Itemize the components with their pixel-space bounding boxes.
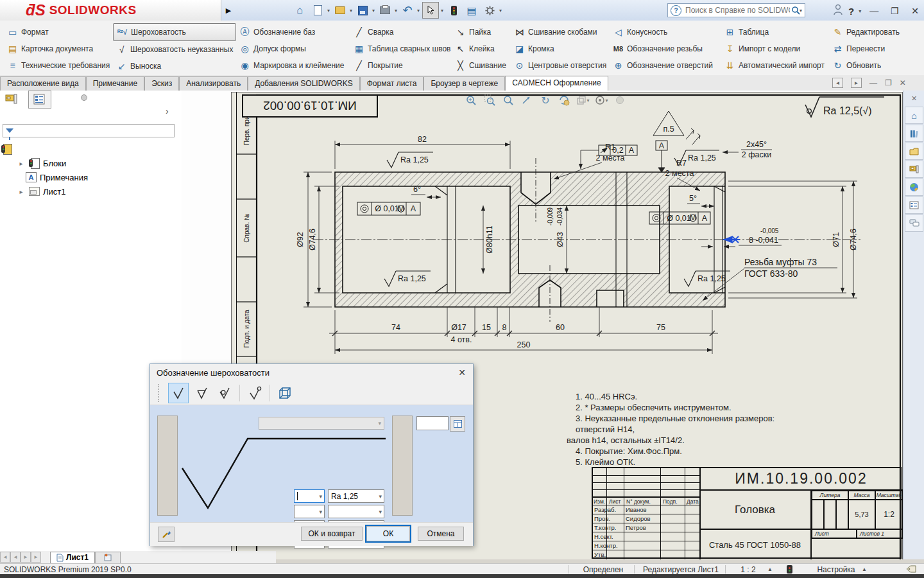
fcf-left-datum[interactable]: A	[411, 204, 416, 213]
ribbon-auto-import[interactable]: ⇊Автоматический импорт	[721, 57, 828, 74]
symbol-machining-required-button[interactable]	[191, 383, 212, 403]
dialog-close-icon[interactable]: ✕	[451, 364, 473, 381]
dim-d92[interactable]: Ø92	[296, 232, 305, 247]
ribbon-format[interactable]: ▭Формат	[4, 24, 113, 40]
dim-d746-left[interactable]: Ø74,6	[308, 229, 317, 250]
doc-close-icon[interactable]: ✕	[900, 78, 906, 87]
taskpane-home-icon[interactable]: ⌂	[905, 107, 923, 124]
sheet-tab-1[interactable]: Лист1	[50, 552, 95, 563]
scale-caret-icon[interactable]: ▲	[767, 564, 773, 575]
thread-note-line1[interactable]: Резьба муфты 73	[744, 257, 817, 267]
inverted-stamp-text[interactable]: ИМ.10.19.00.002	[263, 99, 357, 112]
dim-6deg[interactable]: 6°	[413, 185, 421, 194]
tab-cadmech[interactable]: CADMECH Оформление	[505, 76, 608, 91]
dim-d80h11[interactable]: Ø80h11	[485, 225, 494, 254]
expand-arrow-icon[interactable]: ▸	[17, 160, 26, 167]
user-icon[interactable]	[833, 4, 843, 18]
ribbon-weld-table[interactable]: ▦Таблица сварных швов	[350, 40, 454, 57]
next-view-icon[interactable]: ►	[851, 78, 862, 88]
dim-250[interactable]: 250	[517, 340, 531, 349]
thread-note-line2[interactable]: ГОСТ 633-80	[744, 268, 798, 279]
taskpane-file-explorer-icon[interactable]	[905, 143, 923, 160]
ribbon-hole-callout[interactable]: ⊕Обозначение отверстий	[610, 57, 716, 74]
task-pane-close-icon[interactable]: ✕	[903, 94, 924, 106]
ribbon-solder[interactable]: ↘Пайка	[452, 24, 509, 40]
tab-evaluate[interactable]: Анализировать	[179, 76, 248, 91]
fcf-left-value[interactable]: Ø 0,01	[375, 204, 399, 213]
new-caret-icon[interactable]: ▾	[327, 8, 330, 13]
dim-d746-right[interactable]: Ø74,6	[849, 229, 858, 250]
print-icon[interactable]	[377, 3, 393, 18]
ribbon-table[interactable]: ⊞Таблица	[721, 24, 828, 40]
cancel-button[interactable]: Отмена	[418, 527, 464, 541]
first-sheet-icon[interactable]: ◄	[0, 552, 10, 563]
dim-74[interactable]: 74	[391, 323, 400, 332]
taskpane-library-icon[interactable]	[905, 125, 923, 142]
dim-ra125-bottomright[interactable]: Ra 1,25	[697, 274, 726, 283]
symbol-all-around-button[interactable]	[244, 383, 265, 403]
brush-button[interactable]	[158, 527, 175, 542]
note-p5[interactable]: п.5	[663, 125, 674, 134]
fcf-top-datum[interactable]: A	[629, 146, 635, 155]
symbol-machining-prohibited-button[interactable]	[214, 383, 235, 403]
table-insert-button[interactable]	[450, 416, 465, 432]
ribbon-roughness[interactable]: ᴿᶻ√Шероховатость	[113, 23, 236, 41]
dim-8b[interactable]: 8	[502, 323, 507, 332]
ribbon-coating[interactable]: ╱Покрытие	[350, 57, 454, 74]
display-style-icon[interactable]: ▾	[576, 94, 590, 107]
zoom-area-icon[interactable]	[483, 94, 497, 107]
new-document-icon[interactable]	[310, 3, 325, 18]
properties-list-icon[interactable]: ▤	[464, 3, 479, 18]
ribbon-import-from-model[interactable]: ↧Импорт с модели	[721, 40, 828, 57]
ribbon-marking-stamping[interactable]: ◉Маркировка и клеймение	[236, 57, 347, 74]
roughness-field-1b[interactable]: Ra 1,25▾	[328, 489, 384, 503]
ribbon-glue[interactable]: ↖Клейка	[452, 40, 509, 57]
dialog-title-bar[interactable]: Обозначение шероховатости	[150, 364, 473, 381]
dim-ra125-bottomleft[interactable]: Ra 1,25	[398, 274, 426, 283]
search-input[interactable]	[684, 5, 791, 15]
zoom-icon[interactable]	[501, 94, 515, 107]
taskpane-forum-icon[interactable]	[905, 215, 923, 232]
last-sheet-icon[interactable]: ►	[31, 552, 41, 563]
undo-caret-icon[interactable]: ▾	[417, 8, 420, 13]
left-scroll-strip[interactable]	[157, 416, 178, 516]
feature-tree-tab[interactable]	[0, 91, 23, 109]
home-icon[interactable]: ⌂	[292, 3, 307, 18]
symbol-layout-dropdown[interactable]: ▾	[259, 417, 384, 430]
add-sheet-tab[interactable]	[95, 552, 121, 563]
print-caret-icon[interactable]: ▾	[395, 8, 397, 13]
dim-60[interactable]: 60	[556, 323, 565, 332]
taskpane-3dcontent-icon[interactable]	[905, 179, 923, 196]
ribbon-center-holes[interactable]: ⊙Центровые отверстия	[511, 57, 610, 74]
previous-view-icon[interactable]: ◄	[832, 78, 843, 88]
status-traffic-light-icon[interactable]	[787, 564, 792, 575]
roughness-field-2b[interactable]: ▾	[328, 505, 384, 518]
ribbon-form-tolerance[interactable]: ◎Допуск формы	[236, 40, 347, 57]
select-cursor-icon[interactable]	[422, 2, 439, 19]
search-caret-icon[interactable]: ▾	[800, 8, 802, 13]
ribbon-edge[interactable]: ◪Кромка	[511, 40, 610, 57]
hide-show-icon[interactable]: ▾	[594, 94, 608, 107]
dim-chamfer-note[interactable]: 2 фаски	[742, 150, 771, 159]
dim-r1-places[interactable]: 2 места	[596, 153, 625, 162]
rotate-view-icon[interactable]: ↻	[538, 94, 552, 107]
ribbon-weld[interactable]: ╱Сварка	[350, 24, 454, 40]
doc-restore-icon[interactable]: ❐	[885, 78, 892, 87]
traffic-light-icon[interactable]	[446, 3, 461, 18]
tree-root-icon-row[interactable]	[1, 142, 88, 156]
dim-8-upper-tol[interactable]: -0,005	[760, 227, 779, 234]
ribbon-tech-requirements[interactable]: ≡Технические требования	[4, 57, 113, 74]
angle-field[interactable]	[416, 416, 449, 430]
undo-icon[interactable]: ↶	[400, 3, 415, 18]
tree-item-sheet1[interactable]: ▸ Лист1	[1, 184, 88, 198]
expand-arrow-icon[interactable]: ▸	[17, 188, 26, 195]
save-caret-icon[interactable]: ▾	[372, 8, 375, 13]
next-sheet-icon[interactable]: ►	[21, 552, 31, 563]
fcf-right-datum[interactable]: A	[702, 214, 708, 223]
datum-flag-a[interactable]: A	[659, 141, 665, 150]
right-scroll-strip[interactable]	[392, 416, 413, 516]
open-caret-icon[interactable]: ▾	[350, 8, 352, 13]
save-icon[interactable]	[355, 3, 370, 18]
ribbon-datum[interactable]: ⒶОбозначение баз	[236, 24, 347, 40]
roughness-field-1a[interactable]: ▾	[294, 489, 325, 503]
